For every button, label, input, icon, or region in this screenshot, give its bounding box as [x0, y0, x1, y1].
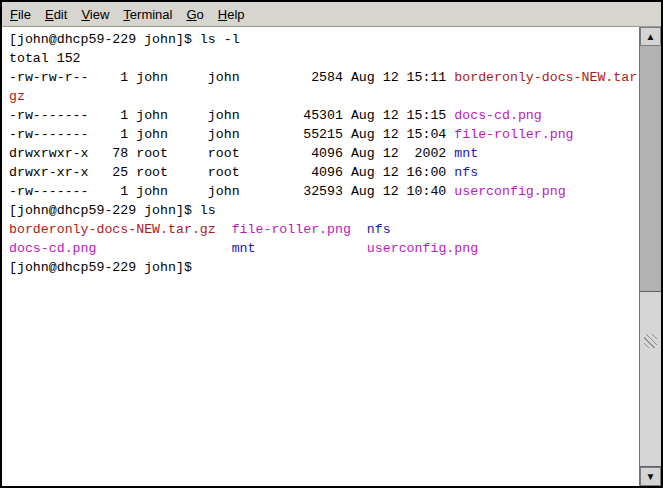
- scrollbar[interactable]: ▲ ▼: [639, 27, 661, 486]
- terminal-line: docs-cd.png mnt userconfig.png: [9, 239, 639, 258]
- menu-item-edit[interactable]: Edit: [38, 2, 74, 27]
- terminal-screen[interactable]: [john@dhcp59-229 john]$ ls -ltotal 152-r…: [2, 27, 639, 486]
- scrollbar-grip-icon: [644, 334, 657, 348]
- terminal-line: drwxrwxr-x 78 root root 4096 Aug 12 2002…: [9, 144, 639, 163]
- up-arrow-icon: ▲: [646, 32, 656, 42]
- terminal-window: FileEditViewTerminalGoHelp [john@dhcp59-…: [0, 0, 663, 488]
- terminal-line: gz: [9, 87, 639, 106]
- menu-item-terminal[interactable]: Terminal: [116, 2, 179, 27]
- down-arrow-icon: ▼: [646, 472, 656, 482]
- terminal-line: -rw-rw-r-- 1 john john 2584 Aug 12 15:11…: [9, 68, 639, 87]
- terminal-line: [john@dhcp59-229 john]$ ls -l: [9, 30, 639, 49]
- terminal-line: [john@dhcp59-229 john]$: [9, 258, 639, 277]
- scroll-down-button[interactable]: ▼: [640, 467, 661, 486]
- menu-bar: FileEditViewTerminalGoHelp: [2, 2, 661, 27]
- menu-item-view[interactable]: View: [74, 2, 116, 27]
- scroll-up-button[interactable]: ▲: [640, 27, 661, 46]
- menu-item-help[interactable]: Help: [211, 2, 252, 27]
- menu-item-file[interactable]: File: [3, 2, 38, 27]
- window-content: [john@dhcp59-229 john]$ ls -ltotal 152-r…: [2, 27, 661, 486]
- scrollbar-thumb[interactable]: [640, 291, 661, 467]
- menu-item-go[interactable]: Go: [179, 2, 210, 27]
- scrollbar-track[interactable]: [640, 46, 661, 467]
- terminal-line: -rw------- 1 john john 45301 Aug 12 15:1…: [9, 106, 639, 125]
- terminal-line: -rw------- 1 john john 32593 Aug 12 10:4…: [9, 182, 639, 201]
- terminal-line: [john@dhcp59-229 john]$ ls: [9, 201, 639, 220]
- terminal-line: -rw------- 1 john john 55215 Aug 12 15:0…: [9, 125, 639, 144]
- terminal-line: drwxr-xr-x 25 root root 4096 Aug 12 16:0…: [9, 163, 639, 182]
- terminal-line: borderonly-docs-NEW.tar.gz file-roller.p…: [9, 220, 639, 239]
- terminal-line: total 152: [9, 49, 639, 68]
